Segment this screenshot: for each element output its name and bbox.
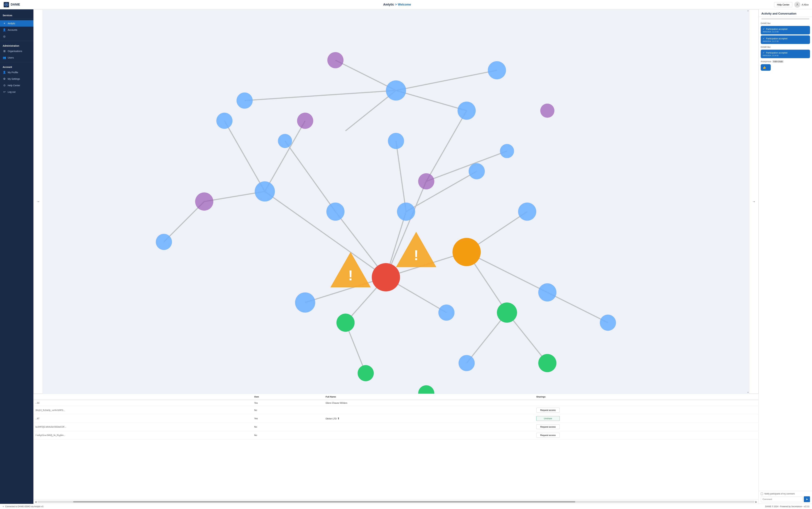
cell-sharing: Unshare (534, 414, 759, 423)
scroll-arrow-left[interactable]: ◀ (35, 501, 37, 503)
danie-logo-icon (3, 2, 9, 8)
accounts-icon: 👤 (3, 28, 6, 31)
app-name: DANIE (11, 3, 20, 6)
content-area: → ▲ ▼ (33, 9, 812, 504)
graph-scroll-down[interactable]: ▼ (747, 392, 749, 393)
svg-point-45 (488, 61, 506, 79)
check-icon: ✓ (763, 51, 765, 54)
notify-checkbox[interactable] (761, 493, 763, 495)
anon-badge: FdB+UVqN (772, 60, 784, 63)
cell-own: No (252, 423, 324, 431)
svg-point-60 (418, 173, 434, 190)
connection-icon: ⌖ (3, 505, 4, 508)
timestamp: 09/05/2024, 11:17:04 (763, 31, 808, 33)
sidebar-item-my-profile[interactable]: 👤 My Profile (0, 69, 33, 75)
svg-point-55 (518, 203, 536, 221)
svg-point-72 (600, 315, 616, 331)
network-graph: ! ! (43, 9, 749, 394)
request-access-button[interactable]: Request access (536, 408, 560, 412)
user-name: A Alice (802, 3, 809, 6)
sidebar-item-log-out[interactable]: ↩ Log out (0, 89, 33, 95)
nav-arrow-left[interactable]: → (33, 9, 43, 394)
help-center-button[interactable]: Help Center (774, 2, 792, 7)
left-panel: → ▲ ▼ (33, 9, 759, 504)
svg-point-48 (540, 104, 555, 118)
svg-point-65 (156, 234, 172, 250)
cell-own: Yes (252, 400, 324, 406)
col-fullname: Full Name (324, 394, 534, 400)
cell-fullname (324, 431, 534, 439)
user-area[interactable]: A Alice (794, 2, 809, 8)
svg-point-53 (469, 163, 485, 179)
cell-sharing (534, 400, 759, 406)
svg-point-46 (236, 93, 253, 109)
svg-point-58 (326, 203, 344, 221)
cell-own: No (252, 431, 324, 439)
table-row: ...53YesGlenn Chavez Winters (33, 400, 759, 406)
request-access-button[interactable]: Request access (536, 425, 560, 429)
sidebar-logout-label: Log out (8, 91, 15, 93)
svg-point-66 (438, 305, 455, 321)
svg-point-69 (538, 354, 557, 372)
share-icon[interactable]: ⬆ (337, 417, 339, 420)
sender-label: Anonymous (761, 60, 771, 63)
sidebar-my-settings-label: My Settings (8, 77, 20, 80)
svg-point-56 (195, 193, 213, 211)
activity-bubble: ✓ Participation accepted09/05/2024, 11:1… (761, 26, 810, 34)
svg-point-49 (216, 113, 232, 129)
col-sharings: Sharings (534, 394, 759, 400)
user-avatar (794, 2, 800, 8)
svg-point-8 (797, 3, 798, 5)
logo-area: DANIE (3, 2, 20, 8)
graph-scroll-up[interactable]: ▲ (747, 10, 749, 11)
svg-point-64 (295, 292, 315, 313)
sender-label: DANIE Bot (761, 22, 810, 25)
sender-row: AnonymousFdB+UVqN (761, 60, 810, 63)
svg-point-51 (278, 134, 292, 148)
activity-bubble: ✓ Participation accepted09/05/2024, 11:1… (761, 35, 810, 44)
footer: ⌖ Connected to DANIE-DEMO via Amlytic-v3… (0, 504, 812, 509)
geo-icon: ◎ (3, 35, 6, 38)
notify-row: Notify participants of my comment (761, 493, 810, 495)
svg-point-43 (386, 80, 406, 101)
sidebar-item-amlytic[interactable]: ⌖ Amlytic (0, 20, 33, 27)
svg-point-68 (336, 314, 355, 332)
sidebar-item-users[interactable]: 👥 Users (0, 54, 33, 61)
right-panel-wrapper: Activity and Conversation DANIE Bot✓ Par… (759, 9, 812, 504)
cell-fullname: Obrien LTD ⬆ (324, 414, 534, 423)
activity-group: DANIE Bot✓ Participation accepted09/05/2… (761, 46, 810, 58)
cell-own: No (252, 406, 324, 414)
content-split: → ▲ ▼ (33, 9, 812, 504)
svg-point-1 (6, 4, 7, 5)
send-button[interactable]: ➤ (804, 496, 810, 502)
sidebar-item-organisations[interactable]: ⊞ Organisations (0, 48, 33, 54)
timestamp: 09/05/2024, 11:17:33 (763, 40, 808, 42)
sender-label: DANIE Bot (761, 46, 810, 48)
svg-point-44 (327, 52, 343, 68)
check-icon: ✓ (763, 28, 765, 30)
cell-id: /'-nrihyG1ra-2W6Zj_9n_RLgNm... (33, 431, 252, 439)
cell-sharing: Request access (534, 423, 759, 431)
nav-arrow-right[interactable]: → (749, 9, 759, 394)
request-access-button[interactable]: Request access (536, 433, 560, 438)
svg-rect-9 (43, 10, 749, 393)
sidebar-item-help-center[interactable]: ⊙ Help Center (0, 82, 33, 89)
top-header: DANIE Amlytic > Welcome Help Center A Al… (0, 0, 812, 9)
check-icon: ✓ (763, 37, 765, 40)
main-layout: Services ⌖ Amlytic 👤 Accounts ◎ Administ… (0, 9, 812, 504)
table-row: ...87YesObrien LTD ⬆Unshare (33, 414, 759, 423)
comment-input[interactable] (761, 497, 803, 502)
sidebar-item-accounts[interactable]: 👤 Accounts (0, 27, 33, 33)
help-icon: ⊙ (3, 84, 6, 87)
scroll-thumb (73, 501, 576, 503)
sidebar-item-geo[interactable]: ◎ (0, 33, 33, 40)
activity-bubble: 👍 (761, 64, 771, 71)
scroll-arrow-right[interactable]: ▶ (755, 501, 757, 503)
sidebar-item-my-settings[interactable]: ⚙ My Settings (0, 75, 33, 82)
svg-text:!: ! (414, 247, 418, 263)
cell-fullname: Glenn Chavez Winters (324, 400, 534, 406)
scroll-track[interactable] (37, 501, 755, 503)
unshare-button[interactable]: Unshare (536, 416, 560, 421)
cell-id: ...53 (33, 400, 252, 406)
svg-point-63 (538, 283, 557, 302)
